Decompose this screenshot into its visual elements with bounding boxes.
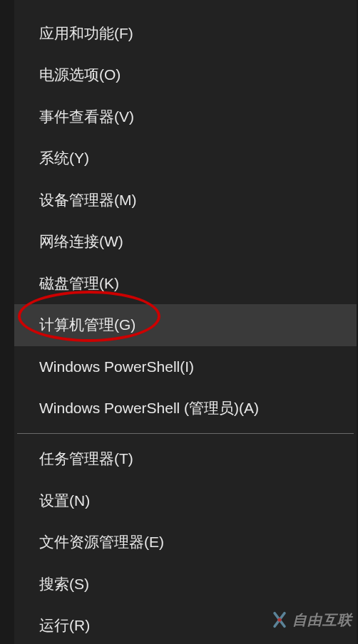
menu-item-label: 磁盘管理(K): [39, 275, 119, 291]
menu-item-label: 应用和功能(F): [39, 25, 133, 41]
menu-item-label: 文件资源管理器(E): [39, 534, 164, 550]
menu-item-label: 电源选项(O): [39, 66, 121, 83]
winx-menu: 应用和功能(F)电源选项(O)事件查看器(V)系统(Y)设备管理器(M)网络连接…: [14, 0, 357, 644]
menu-item-settings[interactable]: 设置(N): [14, 480, 357, 521]
menu-item-label: 运行(R): [39, 617, 90, 633]
menu-item-apps-features[interactable]: 应用和功能(F): [14, 13, 357, 54]
watermark: 自由互联: [270, 610, 352, 630]
menu-item-file-explorer[interactable]: 文件资源管理器(E): [14, 521, 357, 563]
menu-item-disk-management[interactable]: 磁盘管理(K): [14, 263, 357, 304]
menu-item-label: 计算机管理(G): [39, 316, 135, 333]
menu-item-event-viewer[interactable]: 事件查看器(V): [14, 96, 357, 137]
menu-item-search[interactable]: 搜索(S): [14, 564, 357, 605]
menu-item-power-options[interactable]: 电源选项(O): [14, 54, 357, 95]
svg-point-0: [277, 618, 281, 621]
menu-item-label: 设备管理器(M): [39, 192, 136, 208]
menu-item-label: 网络连接(W): [39, 233, 123, 249]
menu-item-label: Windows PowerShell(I): [39, 358, 194, 375]
menu-item-label: 搜索(S): [39, 576, 89, 592]
menu-item-system[interactable]: 系统(Y): [14, 137, 357, 179]
menu-item-network-connections[interactable]: 网络连接(W): [14, 221, 357, 262]
menu-separator: [17, 433, 354, 434]
menu-item-label: 设置(N): [39, 492, 90, 509]
menu-item-powershell[interactable]: Windows PowerShell(I): [14, 346, 357, 388]
menu-item-label: Windows PowerShell (管理员)(A): [39, 400, 259, 416]
menu-item-computer-management[interactable]: 计算机管理(G): [14, 304, 357, 346]
menu-item-task-manager[interactable]: 任务管理器(T): [14, 438, 357, 479]
menu-item-label: 系统(Y): [39, 150, 89, 166]
menu-item-device-manager[interactable]: 设备管理器(M): [14, 180, 357, 221]
menu-item-label: 任务管理器(T): [39, 450, 133, 467]
watermark-icon: [270, 610, 290, 630]
menu-item-powershell-admin[interactable]: Windows PowerShell (管理员)(A): [14, 388, 357, 429]
watermark-text: 自由互联: [292, 611, 352, 630]
menu-item-label: 事件查看器(V): [39, 108, 134, 125]
